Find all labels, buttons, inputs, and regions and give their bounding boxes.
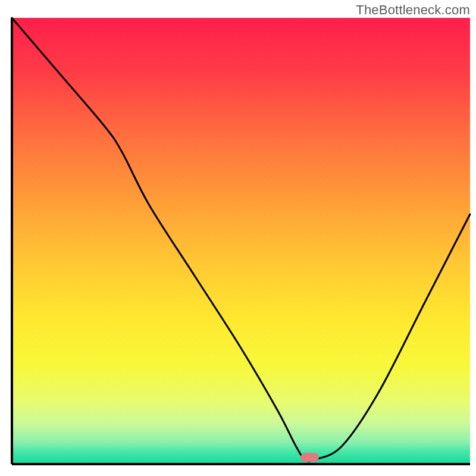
optimal-marker xyxy=(300,453,319,462)
watermark-text: TheBottleneck.com xyxy=(356,2,470,18)
chart-svg xyxy=(0,0,476,476)
bottleneck-chart: TheBottleneck.com xyxy=(0,0,476,476)
gradient-background xyxy=(12,18,470,464)
